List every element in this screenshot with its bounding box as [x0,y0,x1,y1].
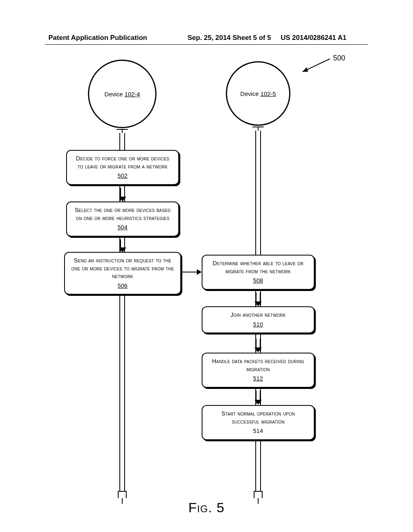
actor-a-prefix: Device [104,91,125,98]
lifeline-a-end [118,491,127,498]
step-510: Join another network 510 [202,306,315,333]
step-504-num: 504 [73,224,173,232]
actor-a-label: Device 102-4 [104,91,140,98]
arrow-502-to-504 [120,188,125,201]
lifeline-b-top-stem [258,127,259,131]
step-504: Select the one or more devices based on … [66,202,179,237]
header-left: Patent Application Publication [48,34,147,42]
actor-device-b: Device 102-5 [226,61,290,126]
step-508-text: Determine whether able to leave or migra… [213,260,303,274]
leader-arrow-icon [294,56,335,74]
header-center: Sep. 25, 2014 Sheet 5 of 5 [188,34,271,42]
actor-b-prefix: Device [240,90,261,97]
step-506: Send an instruction or request to the on… [64,252,181,295]
step-514-num: 514 [208,427,308,435]
arrow-508-to-510 [256,293,261,305]
actor-device-a: Device 102-4 [88,60,156,128]
lifeline-a-top-stem [122,129,123,133]
arrow-510-to-512 [256,339,261,351]
step-506-num: 506 [71,282,175,290]
step-512-text: Handle data packets received during migr… [212,358,305,372]
step-502-text: Decide to force one or more devices to l… [76,155,169,170]
reference-leader: 500 [294,56,343,73]
actor-b-label: Device 102-5 [240,90,276,97]
step-514-text: Start normal operation upon successful m… [221,410,295,425]
step-512-num: 512 [208,375,308,383]
figure-label-text: Fig. 5 [188,500,225,515]
svg-marker-1 [302,67,308,72]
actor-b-id: 102-5 [261,90,276,97]
step-508: Determine whether able to leave or migra… [202,255,315,290]
figure-label: Fig. 5 [0,500,413,515]
arrow-504-to-506 [120,239,125,251]
lifeline-b-end [254,491,263,498]
step-510-num: 510 [208,321,308,329]
header-right: US 2014/0286241 A1 [281,34,346,42]
message-506-to-508 [182,272,201,272]
arrow-512-to-514 [256,391,261,404]
step-506-text: Send an instruction or request to the on… [71,257,174,279]
reference-number: 500 [333,54,345,62]
step-508-num: 508 [208,277,308,285]
step-512: Handle data packets received during migr… [202,353,315,388]
header-rule [45,44,368,45]
step-514: Start normal operation upon successful m… [202,405,315,440]
sequence-diagram: 500 Device 102-4 Device 102-5 Decide to … [0,52,413,508]
actor-a-id: 102-4 [125,91,140,98]
step-502: Decide to force one or more devices to l… [66,150,179,185]
step-504-text: Select the one or more devices based on … [75,207,171,221]
lifeline-device-a [119,133,125,494]
step-502-num: 502 [73,172,173,180]
step-510-text: Join another network [230,312,286,318]
